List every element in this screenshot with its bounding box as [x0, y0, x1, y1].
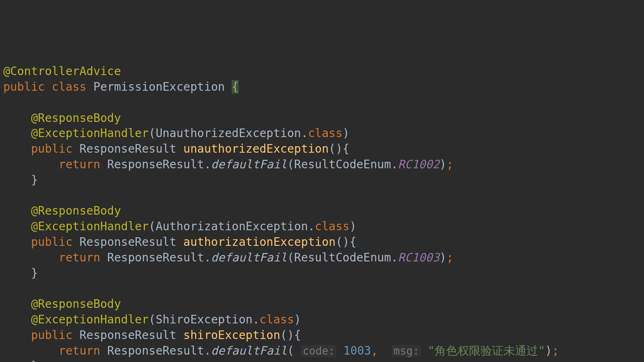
code-line[interactable]: }	[3, 172, 641, 188]
brace-close: }	[31, 266, 38, 280]
paren-open: (	[149, 126, 156, 140]
paren-close: )	[350, 220, 356, 233]
brace-open: {	[343, 142, 350, 156]
enum-value: RC1003	[398, 251, 439, 264]
arg-class: ResultCodeEnum	[294, 251, 391, 264]
exception-type: AuthorizationException	[156, 220, 308, 233]
code-line[interactable]: public ResponseResult shiroException(){	[3, 328, 641, 343]
method-name: authorizationException	[183, 235, 336, 249]
code-line[interactable]: @ControllerAdvice	[3, 64, 641, 79]
keyword-class: class	[260, 313, 294, 326]
annotation: @ControllerAdvice	[3, 64, 121, 78]
annotation-responsebody: @ResponseBody	[31, 111, 121, 125]
dot: .	[253, 313, 260, 326]
call-class: ResponseResult	[107, 158, 204, 171]
semicolon: ;	[446, 158, 453, 171]
code-line[interactable]: @ResponseBody	[3, 110, 641, 126]
paren-open: (	[149, 220, 156, 233]
empty-line[interactable]	[3, 281, 641, 296]
code-line[interactable]: return ResponseResult.defaultFail(Result…	[3, 157, 641, 172]
brace-close: }	[31, 359, 38, 362]
code-editor[interactable]: @ControllerAdvicepublic class Permission…	[3, 64, 641, 362]
method-name: shiroException	[183, 328, 280, 342]
paren-open: (	[149, 313, 156, 326]
code-line[interactable]: @ResponseBody	[3, 203, 641, 219]
arg-class: ResultCodeEnum	[294, 158, 391, 171]
code-line[interactable]: @ResponseBody	[3, 296, 641, 312]
annotation-exceptionhandler: @ExceptionHandler	[31, 220, 149, 233]
exception-type: UnauthorizedException	[156, 126, 301, 140]
paren-close: )	[545, 344, 552, 357]
empty-line[interactable]	[3, 188, 641, 204]
keyword-public: public	[3, 80, 45, 94]
dot: .	[204, 344, 211, 357]
paren-open: (	[287, 344, 294, 357]
dot: .	[391, 251, 398, 264]
paren-close: )	[343, 126, 350, 140]
method-name: unauthorizedException	[183, 142, 329, 156]
return-type: ResponseResult	[79, 328, 176, 342]
string-literal: "角色权限验证未通过"	[428, 344, 545, 357]
paren-open: (	[287, 158, 294, 171]
code-line[interactable]: public class PermissionException {	[3, 79, 641, 95]
exception-type: ShiroException	[156, 313, 253, 326]
paren: ()	[280, 328, 294, 342]
call-class: ResponseResult	[107, 344, 204, 357]
code-line[interactable]: @ExceptionHandler(UnauthorizedException.…	[3, 126, 641, 141]
dot: .	[301, 126, 308, 140]
number-literal: 1003	[343, 344, 371, 357]
code-line[interactable]: @ExceptionHandler(AuthorizationException…	[3, 219, 641, 234]
method-call: defaultFail	[211, 158, 287, 171]
annotation-exceptionhandler: @ExceptionHandler	[31, 126, 149, 140]
keyword-return: return	[59, 344, 100, 357]
annotation-exceptionhandler: @ExceptionHandler	[31, 313, 149, 326]
keyword-public: public	[31, 328, 72, 342]
paren-close: )	[439, 158, 446, 171]
comma: ,	[371, 344, 378, 357]
code-line[interactable]: public ResponseResult authorizationExcep…	[3, 234, 641, 250]
keyword-return: return	[59, 251, 100, 264]
semicolon: ;	[446, 251, 453, 264]
annotation-responsebody: @ResponseBody	[31, 297, 121, 311]
dot: .	[308, 220, 315, 233]
method-call: defaultFail	[211, 344, 287, 357]
class-name: PermissionException	[93, 80, 225, 94]
method-call: defaultFail	[211, 251, 287, 264]
code-line[interactable]: return ResponseResult.defaultFail( code:…	[3, 343, 641, 359]
code-line[interactable]: return ResponseResult.defaultFail(Result…	[3, 250, 641, 266]
code-line[interactable]: @ExceptionHandler(ShiroException.class)	[3, 312, 641, 328]
code-line[interactable]: public ResponseResult unauthorizedExcept…	[3, 141, 641, 157]
paren-open: (	[287, 251, 294, 264]
keyword-public: public	[31, 142, 72, 156]
keyword-class: class	[308, 126, 343, 140]
brace-close: }	[31, 173, 38, 187]
keyword-class: class	[52, 80, 86, 94]
dot: .	[391, 158, 398, 171]
paren-close: )	[294, 313, 301, 326]
dot: .	[204, 158, 211, 171]
return-type: ResponseResult	[79, 235, 176, 249]
return-type: ResponseResult	[79, 142, 176, 156]
keyword-return: return	[59, 158, 100, 171]
annotation-responsebody: @ResponseBody	[31, 204, 121, 218]
keyword-public: public	[31, 235, 72, 249]
keyword-class: class	[315, 220, 350, 233]
code-line[interactable]: }	[3, 358, 641, 362]
paren: ()	[329, 142, 343, 156]
call-class: ResponseResult	[107, 251, 204, 264]
empty-line[interactable]	[3, 95, 641, 110]
paren-close: )	[439, 251, 446, 264]
semicolon: ;	[552, 344, 559, 357]
brace-open: {	[294, 328, 301, 342]
dot: .	[204, 251, 211, 264]
brace-open: {	[350, 235, 356, 249]
parameter-hint-code: code:	[301, 345, 336, 357]
enum-value: RC1002	[398, 158, 439, 171]
parameter-hint-msg: msg:	[392, 345, 421, 357]
code-line[interactable]: }	[3, 266, 641, 281]
paren: ()	[336, 235, 350, 249]
open-brace: {	[232, 80, 239, 94]
